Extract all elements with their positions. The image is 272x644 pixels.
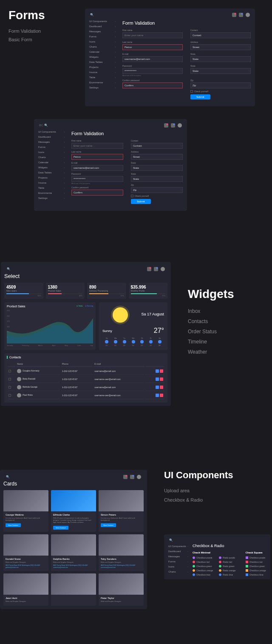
edit-icon[interactable] bbox=[156, 369, 159, 373]
link-order-status[interactable]: Order Status bbox=[188, 326, 272, 337]
confirm-input[interactable] bbox=[71, 190, 123, 196]
contact-card[interactable]: Peter TaylorWeb and Graphic Designer bbox=[99, 573, 144, 606]
avatar[interactable] bbox=[137, 475, 141, 479]
sidebar-item[interactable]: Calendar› bbox=[88, 49, 117, 54]
sidebar-item[interactable]: Data Tables› bbox=[37, 170, 66, 175]
checkbox-item[interactable]: Checkbox red bbox=[246, 560, 268, 564]
submit-button[interactable]: Submit bbox=[190, 94, 210, 99]
sidebar-item[interactable]: Ecommerce› bbox=[37, 190, 66, 196]
cart-icon[interactable] bbox=[147, 267, 151, 271]
search-icon[interactable]: 🔍 bbox=[7, 267, 11, 271]
sidebar-item[interactable]: Ecommerce› bbox=[88, 80, 117, 85]
search-icon[interactable]: 🔍 bbox=[90, 13, 94, 17]
bell-icon[interactable] bbox=[239, 13, 243, 17]
state2-input[interactable] bbox=[190, 68, 251, 74]
delete-icon[interactable] bbox=[160, 377, 163, 381]
contact-card[interactable] bbox=[51, 573, 96, 606]
table-row[interactable]: Betty Randall1-212-123 45 67username-use… bbox=[8, 376, 164, 383]
edit-icon[interactable] bbox=[156, 394, 159, 397]
link-checkbox[interactable]: Checkbox & Radio bbox=[164, 495, 272, 505]
checkbox-item[interactable]: Checkbox blue bbox=[193, 573, 215, 577]
address-input[interactable] bbox=[190, 44, 251, 50]
confirm-input[interactable] bbox=[122, 82, 183, 88]
zip-input[interactable] bbox=[190, 82, 251, 88]
sidebar-item[interactable]: Messages› bbox=[167, 554, 190, 559]
bell-icon[interactable] bbox=[130, 475, 134, 479]
table-row[interactable]: Belinda George1-212-123 45 67username@em… bbox=[8, 384, 164, 391]
sidebar-item[interactable]: Forms› bbox=[167, 559, 190, 564]
contact-card[interactable]: Jean HuntWeb and Graphic Designer bbox=[3, 573, 48, 606]
checkbox-item[interactable]: Checkbox purple bbox=[246, 556, 268, 560]
link-form-validation[interactable]: Form Validation bbox=[8, 27, 76, 36]
sidebar-item[interactable]: Charts› bbox=[88, 44, 117, 49]
link-contacts[interactable]: Contacts bbox=[188, 316, 272, 326]
link-upload[interactable]: Upload area bbox=[164, 486, 272, 495]
sidebar-item[interactable]: Projects› bbox=[37, 175, 66, 180]
contact-input[interactable] bbox=[190, 32, 251, 38]
bell-icon[interactable] bbox=[171, 123, 175, 128]
contact-card[interactable]: Donald SnowWeb and Graphic Designer3622 … bbox=[3, 534, 48, 571]
state-input[interactable] bbox=[190, 56, 251, 62]
checkbox-item[interactable]: Checkbox red bbox=[193, 560, 215, 564]
sidebar-item[interactable]: Icons› bbox=[167, 564, 190, 569]
sidebar-item[interactable]: Forms› bbox=[37, 145, 66, 150]
link-weather[interactable]: Weather bbox=[188, 347, 272, 357]
contact-input[interactable] bbox=[131, 143, 183, 149]
sidebar-item[interactable]: Settings› bbox=[37, 196, 66, 201]
sidebar-item[interactable]: Dashboard› bbox=[167, 549, 190, 554]
view-contact-button[interactable]: View Contact bbox=[6, 523, 21, 527]
sidebar-item[interactable]: Charts› bbox=[167, 569, 190, 574]
delete-icon[interactable] bbox=[160, 386, 163, 389]
contact-card[interactable]: Toby SandersWeb and Graphic Designer3622… bbox=[99, 534, 144, 571]
sidebar-item[interactable]: Projects› bbox=[88, 65, 117, 70]
sidebar-item[interactable]: Invoice› bbox=[37, 180, 66, 185]
radio-item[interactable]: Radio red bbox=[219, 560, 241, 564]
avatar[interactable] bbox=[161, 267, 165, 271]
checkbox-item[interactable]: Checkbox green bbox=[193, 564, 215, 568]
radio-item[interactable]: Radio purple bbox=[219, 556, 241, 560]
view-contact-button[interactable]: View Contact bbox=[53, 526, 68, 530]
submit-button[interactable]: Submit bbox=[131, 199, 151, 204]
password-input[interactable] bbox=[122, 68, 183, 74]
search-icon[interactable]: 🔍 bbox=[169, 539, 173, 542]
sidebar-item[interactable]: Dashboard› bbox=[37, 134, 66, 139]
contact-card[interactable]: Simon PetersI'm new as a freelancer. And… bbox=[99, 490, 144, 532]
first-name-input[interactable] bbox=[122, 32, 183, 38]
state2-input[interactable] bbox=[131, 176, 183, 182]
last-name-input[interactable] bbox=[122, 44, 183, 50]
email-input[interactable] bbox=[122, 56, 183, 62]
sidebar-item[interactable]: Data Tables› bbox=[88, 60, 117, 65]
checkbox-item[interactable]: Checkbox orange bbox=[246, 568, 268, 573]
contact-card[interactable]: Delphia BanksWeb and Graphic Designer362… bbox=[51, 534, 96, 571]
sidebar-item[interactable]: UI Components› bbox=[167, 544, 190, 549]
sidebar-item[interactable]: Table› bbox=[37, 185, 66, 190]
sidebar-item[interactable]: UI Components› bbox=[88, 19, 117, 24]
check-yourself[interactable] bbox=[131, 195, 133, 197]
bell-icon[interactable] bbox=[154, 267, 158, 271]
checkbox-item[interactable]: Checkbox blue bbox=[246, 573, 268, 577]
view-contact-button[interactable]: View Contact bbox=[101, 523, 116, 527]
search-icon[interactable]: 🔍 bbox=[6, 475, 10, 479]
sidebar-item[interactable]: Widgets› bbox=[88, 54, 117, 60]
checkbox-item[interactable]: Checkbox green bbox=[246, 564, 268, 568]
cart-icon[interactable] bbox=[123, 475, 128, 479]
sidebar-item[interactable]: Widgets› bbox=[37, 165, 66, 170]
sidebar-item[interactable]: UI Components› bbox=[37, 129, 66, 134]
radio-item[interactable]: Radio blue bbox=[219, 573, 241, 577]
edit-icon[interactable] bbox=[156, 377, 159, 381]
sidebar-item[interactable]: Forms› bbox=[88, 34, 117, 39]
table-row[interactable]: Paul Hicks1-212-123 45 67username-user@e… bbox=[8, 392, 164, 399]
email-input[interactable] bbox=[71, 165, 123, 171]
first-name-input[interactable] bbox=[71, 143, 123, 149]
contact-card[interactable]: Elfrieda ClarkeWith 20 years of experien… bbox=[51, 490, 96, 532]
sidebar-item[interactable]: Calendar› bbox=[37, 160, 66, 165]
password-input[interactable] bbox=[71, 176, 123, 182]
checkbox-item[interactable]: Checkbox purple bbox=[193, 556, 215, 560]
contact-card[interactable]: George WatkinsI'm new as a freelancer. A… bbox=[3, 490, 48, 532]
sidebar-item[interactable]: Icons› bbox=[88, 39, 117, 44]
avatar[interactable] bbox=[178, 123, 182, 128]
sidebar-item[interactable]: Charts› bbox=[37, 155, 66, 160]
radio-item[interactable]: Radio orange bbox=[219, 568, 241, 573]
radio-item[interactable]: Radio green bbox=[219, 564, 241, 568]
link-inbox[interactable]: Inbox bbox=[188, 306, 272, 316]
